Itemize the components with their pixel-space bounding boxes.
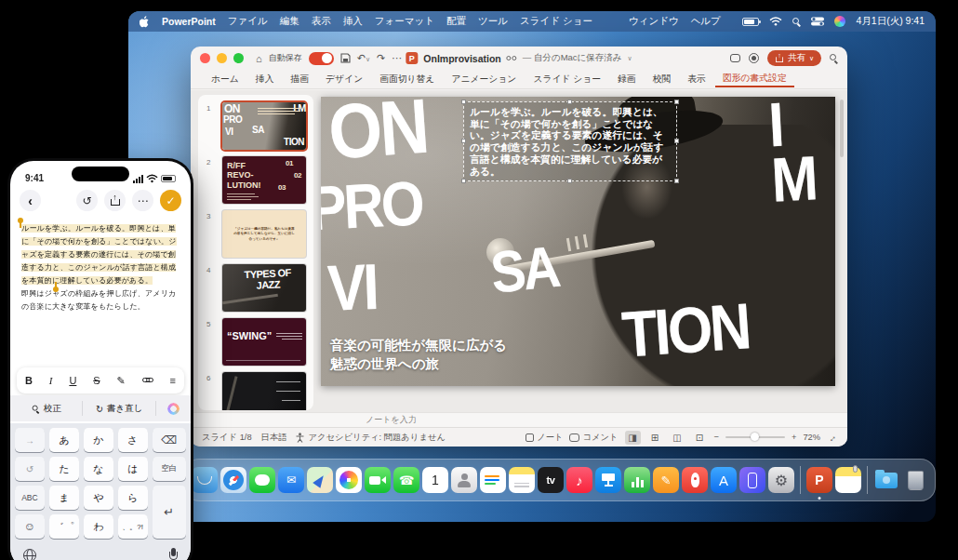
dock-calendar-icon[interactable]: 1 bbox=[422, 467, 448, 493]
slide-number-status[interactable]: スライド 1/8 bbox=[202, 432, 252, 444]
dock-stickies-icon[interactable] bbox=[835, 467, 861, 493]
link-button[interactable] bbox=[142, 376, 153, 385]
tab-shape-format[interactable]: 図形の書式設定 bbox=[715, 71, 794, 87]
body-text[interactable]: 即興はジャズの枠組みを押し広げ、アメリカの音楽に大きな変革をもたらした。 bbox=[21, 287, 180, 313]
tab-transitions[interactable]: 画面切り替え bbox=[372, 72, 442, 87]
language-status[interactable]: 日本語 bbox=[261, 432, 287, 444]
apple-menu-icon[interactable] bbox=[140, 16, 150, 28]
undo-button-iphone[interactable]: ↺ bbox=[76, 190, 98, 211]
tab-design[interactable]: デザイン bbox=[318, 72, 370, 87]
dock-settings-icon[interactable]: ⚙ bbox=[768, 467, 794, 493]
slide-letters-im[interactable]: I M bbox=[767, 97, 835, 208]
key-punctuation[interactable]: 、。?! bbox=[118, 514, 148, 539]
zoom-percentage[interactable]: 72% bbox=[803, 433, 820, 442]
resize-handle[interactable] bbox=[461, 139, 466, 143]
saved-caret-icon[interactable]: ∨ bbox=[628, 55, 632, 62]
key-ra[interactable]: ら bbox=[118, 486, 148, 510]
key-sa[interactable]: さ bbox=[118, 428, 148, 452]
dock-safari-icon[interactable] bbox=[220, 467, 246, 493]
tab-animations[interactable]: アニメーション bbox=[444, 72, 524, 87]
tab-insert[interactable]: 挿入 bbox=[248, 72, 282, 87]
view-slideshow-button[interactable]: ⊡ bbox=[692, 431, 708, 445]
dock-numbers-icon[interactable] bbox=[624, 467, 650, 493]
zoom-slider[interactable] bbox=[725, 436, 785, 438]
dock-messages-icon[interactable] bbox=[249, 467, 275, 493]
resize-handle[interactable] bbox=[461, 100, 466, 104]
key-na[interactable]: な bbox=[84, 457, 113, 481]
control-center-icon[interactable] bbox=[811, 17, 824, 26]
home-icon[interactable]: ⌂ bbox=[256, 53, 262, 64]
siri-icon[interactable] bbox=[834, 16, 845, 27]
tab-review[interactable]: 校閲 bbox=[645, 72, 679, 87]
slide-thumbnail-4[interactable]: TYPES OF JAZZ bbox=[222, 264, 306, 312]
key-abc[interactable]: ABC bbox=[15, 486, 45, 510]
key-undo[interactable]: ↺ bbox=[15, 457, 45, 481]
dock-appletv-icon[interactable]: tv bbox=[538, 467, 564, 493]
save-icon[interactable] bbox=[340, 53, 351, 63]
dictation-mic-key[interactable] bbox=[168, 548, 178, 560]
dock-downloads-folder-icon[interactable] bbox=[873, 467, 899, 493]
menu-view[interactable]: 表示 bbox=[312, 15, 331, 28]
menu-window[interactable]: ウィンドウ bbox=[629, 15, 679, 28]
strikethrough-button[interactable]: S bbox=[93, 375, 100, 386]
search-icon[interactable] bbox=[830, 54, 838, 62]
highlight-pen-button[interactable]: ✎ bbox=[117, 375, 126, 387]
zoom-in-button[interactable]: + bbox=[792, 433, 796, 442]
accessibility-status[interactable]: アクセシビリティ: 問題ありません bbox=[296, 432, 445, 444]
selected-text[interactable]: ルールを学ぶ。ルールを破る。即興とは、単に「その場で何かを創る」ことではない。ジ… bbox=[21, 224, 177, 285]
slide-thumbnail-2[interactable]: R/FFREVO-LUTION! 01 02 03 bbox=[222, 156, 306, 204]
key-ha[interactable]: は bbox=[118, 457, 148, 481]
saved-status[interactable]: — 自分のMacに保存済み bbox=[523, 52, 622, 64]
dock-photos-icon[interactable] bbox=[336, 467, 362, 493]
bold-button[interactable]: B bbox=[25, 375, 33, 386]
dock-contacts-icon[interactable] bbox=[451, 467, 477, 493]
autosave-toggle[interactable] bbox=[309, 52, 334, 65]
dock-rocket-app-icon[interactable] bbox=[682, 467, 708, 493]
close-button[interactable] bbox=[200, 53, 210, 63]
resize-handle[interactable] bbox=[674, 100, 679, 104]
done-check-button[interactable]: ✓ bbox=[160, 190, 181, 211]
menu-file[interactable]: ファイル bbox=[228, 15, 268, 28]
view-sorter-button[interactable]: ⊞ bbox=[647, 431, 663, 445]
comments-icon[interactable] bbox=[730, 54, 740, 62]
notes-pane[interactable]: ノートを入力 bbox=[191, 412, 847, 427]
resize-handle[interactable] bbox=[567, 179, 572, 183]
key-ta[interactable]: た bbox=[49, 457, 79, 481]
dock-reminders-icon[interactable] bbox=[480, 467, 506, 493]
undo-button[interactable]: ↶∨ bbox=[357, 52, 370, 64]
slide-thumbnail-6[interactable] bbox=[222, 372, 306, 410]
key-space[interactable]: 空白 bbox=[153, 457, 186, 481]
slide-letters-on[interactable]: ON bbox=[326, 97, 429, 167]
slide-thumbnail-3[interactable]: 「ジャズは一種の言語だ。私たちは楽器の音を声として出しながら、互いに話し合ってい… bbox=[222, 210, 306, 258]
key-ma[interactable]: ま bbox=[49, 486, 79, 510]
menu-help[interactable]: ヘルプ bbox=[691, 15, 721, 28]
record-icon[interactable] bbox=[749, 53, 759, 63]
dock-mail-icon[interactable]: ✉ bbox=[278, 467, 304, 493]
dock-keynote-icon[interactable] bbox=[595, 467, 621, 493]
zoom-out-button[interactable]: − bbox=[714, 433, 719, 442]
menu-format[interactable]: フォーマット bbox=[375, 15, 434, 28]
tab-draw[interactable]: 描画 bbox=[283, 72, 316, 87]
note-text-area[interactable]: ルールを学ぶ。ルールを破る。即興とは、単に「その場で何かを創る」ことではない。ジ… bbox=[10, 216, 191, 313]
slide-letters-vi[interactable]: VI bbox=[326, 259, 378, 317]
more-tools-button[interactable]: ⋯ bbox=[392, 52, 402, 64]
dock-facetime-icon[interactable] bbox=[365, 467, 391, 493]
key-arrow-right[interactable]: → bbox=[15, 428, 45, 452]
comments-toggle-button[interactable]: コメント bbox=[569, 432, 618, 444]
wifi-icon[interactable] bbox=[769, 17, 782, 26]
menu-tools[interactable]: ツール bbox=[478, 15, 508, 28]
key-dakuten[interactable]: ゛゜ bbox=[49, 514, 79, 539]
view-normal-button[interactable]: ◨ bbox=[625, 431, 641, 445]
zoom-button[interactable] bbox=[233, 53, 244, 63]
slide-canvas[interactable]: ON I M PRO VI SA TION ルールを学ぶ。ルールを破る。即興とは… bbox=[321, 97, 835, 386]
italic-button[interactable]: I bbox=[49, 375, 53, 386]
key-wa[interactable]: わ bbox=[84, 514, 113, 539]
tab-slideshow[interactable]: スライド ショー bbox=[526, 72, 608, 87]
redo-button[interactable]: ↷ bbox=[377, 52, 385, 64]
canvas-scrollbar[interactable] bbox=[840, 100, 844, 157]
tab-view[interactable]: 表示 bbox=[680, 72, 713, 87]
tab-home[interactable]: ホーム bbox=[204, 72, 246, 87]
menu-arrange[interactable]: 配置 bbox=[446, 15, 466, 28]
slide-letters-pro[interactable]: PRO bbox=[321, 177, 423, 237]
dock-trash-icon[interactable] bbox=[902, 467, 928, 493]
